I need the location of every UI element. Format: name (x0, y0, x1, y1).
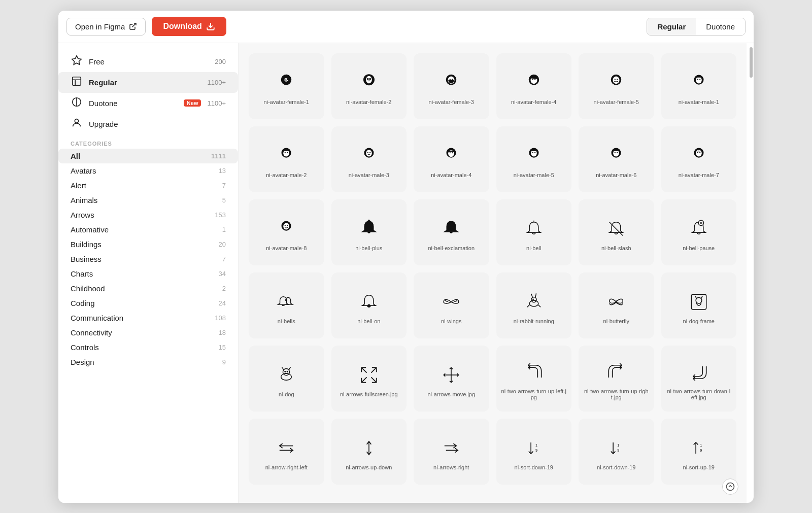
download-icon (206, 22, 215, 31)
icon-card-ni-avatar-male-4[interactable]: ni-avatar-male-4 (414, 126, 489, 192)
free-icon (71, 55, 83, 69)
sidebar-item-regular[interactable]: Regular 1100+ (58, 72, 238, 93)
ni-avatar-female-2-label: ni-avatar-female-2 (346, 99, 391, 105)
cat-item-communication[interactable]: Communication 108 (58, 311, 238, 325)
ni-bell-icon (523, 218, 545, 240)
cat-item-coding[interactable]: Coding 24 (58, 296, 238, 311)
cat-item-controls[interactable]: Controls 15 (58, 340, 238, 355)
ni-bell-exclamation-label: ni-bell-exclamation (428, 245, 475, 251)
ni-bell-plus-icon (358, 218, 380, 240)
cat-count-buildings: 20 (219, 241, 226, 248)
icon-card-ni-avatar-male-2[interactable]: ni-avatar-male-2 (249, 126, 324, 192)
icon-card-ni-bell-slash[interactable]: ni-bell-slash (579, 199, 654, 265)
svg-point-61 (285, 225, 286, 226)
icon-card-ni-bell-pause[interactable]: ni-bell-pause (661, 199, 737, 265)
scrollbar-thumb[interactable] (750, 47, 753, 78)
ni-arrows-move-label: ni-arrows-move.jpg (427, 391, 475, 397)
svg-rect-77 (691, 294, 706, 309)
icon-card-ni-bell-on[interactable]: ni-bell-on (331, 272, 407, 338)
scrollbar[interactable] (747, 43, 754, 503)
cat-item-business[interactable]: Business 7 (58, 252, 238, 266)
icon-card-ni-avatar-male-1[interactable]: ni-avatar-male-1 (661, 53, 737, 119)
icon-card-ni-avatar-female-5[interactable]: ni-avatar-female-5 (579, 53, 654, 119)
icon-card-ni-avatar-male-6[interactable]: ni-avatar-male-6 (579, 126, 654, 192)
svg-point-26 (613, 76, 620, 84)
cat-item-avatars[interactable]: Avatars 13 (58, 163, 238, 178)
upgrade-icon (71, 117, 83, 131)
ni-avatar-female-3-label: ni-avatar-female-3 (429, 99, 474, 105)
icon-card-ni-two-arrows-turn-up-right[interactable]: ni-two-arrows-turn-up-right.jpg (579, 346, 654, 412)
sidebar-item-duotone[interactable]: Duotone New 1100+ (58, 93, 238, 114)
download-button[interactable]: Download (152, 17, 226, 36)
cat-item-animals[interactable]: Animals 5 (58, 193, 238, 208)
icon-card-ni-bell-exclamation[interactable]: ni-bell-exclamation (414, 199, 489, 265)
icon-card-ni-avatar-female-1[interactable]: ni-avatar-female-1 (249, 53, 324, 119)
cat-item-childhood[interactable]: Childhood 2 (58, 281, 238, 296)
sidebar-item-free[interactable]: Free 200 (58, 51, 238, 72)
svg-point-82 (287, 371, 288, 372)
cat-item-buildings[interactable]: Buildings 20 (58, 237, 238, 252)
icon-card-ni-two-arrows-turn-up-left[interactable]: ni-two-arrows-turn-up-left.jpg (496, 346, 572, 412)
cat-item-connectivity[interactable]: Connectivity 18 (58, 325, 238, 340)
cat-item-arrows[interactable]: Arrows 153 (58, 208, 238, 222)
open-figma-button[interactable]: Open in Figma (66, 18, 146, 36)
icon-card-ni-bells[interactable]: ni-bells (249, 272, 324, 338)
cat-count-automative: 1 (222, 226, 226, 233)
icon-card-ni-dog-frame[interactable]: ni-dog-frame (661, 272, 737, 338)
svg-point-45 (452, 152, 453, 153)
icon-card-ni-bell[interactable]: ni-bell (496, 199, 572, 265)
cat-label-childhood: Childhood (71, 284, 222, 293)
icon-card-ni-avatar-male-3[interactable]: ni-avatar-male-3 (331, 126, 407, 192)
sidebar-item-upgrade[interactable]: Upgrade (58, 114, 238, 134)
svg-line-84 (371, 367, 376, 372)
icon-card-ni-dog[interactable]: ni-dog (249, 346, 324, 412)
icon-card-ni-avatar-male-8[interactable]: ni-avatar-male-8 (249, 199, 324, 265)
icon-card-ni-butterfly[interactable]: ni-butterfly (579, 272, 654, 338)
svg-point-62 (287, 225, 288, 226)
icon-card-ni-wings[interactable]: ni-wings (414, 272, 489, 338)
svg-point-31 (697, 79, 698, 80)
icon-card-ni-sort-down-19b[interactable]: 1 9 ni-sort-down-19 (579, 419, 654, 485)
duotone-badge: New (184, 99, 201, 107)
icon-card-ni-arrows-right[interactable]: ni-arrows-right (414, 419, 489, 485)
cat-item-design[interactable]: Design 9 (58, 355, 238, 369)
svg-text:1: 1 (617, 443, 619, 448)
svg-marker-2 (72, 55, 81, 64)
ni-avatar-female-1-icon (275, 72, 297, 94)
svg-point-48 (532, 152, 533, 153)
cat-count-charts: 34 (219, 270, 226, 278)
icon-card-ni-arrows-fullscreen[interactable]: ni-arrows-fullscreen.jpg (331, 346, 407, 412)
icon-card-ni-rabbit-running[interactable]: ni-rabbit-running (496, 272, 572, 338)
svg-point-44 (450, 152, 451, 153)
icon-card-ni-arrows-move[interactable]: ni-arrows-move.jpg (414, 346, 489, 412)
cat-item-charts[interactable]: Charts 34 (58, 266, 238, 281)
ni-sort-down-19b-label: ni-sort-down-19 (597, 464, 635, 470)
icon-card-ni-avatar-female-3[interactable]: ni-avatar-female-3 (414, 53, 489, 119)
svg-point-41 (369, 152, 370, 153)
svg-rect-3 (73, 77, 81, 85)
view-regular-button[interactable]: Regular (647, 18, 696, 35)
icon-card-ni-avatar-female-2[interactable]: ni-avatar-female-2 (331, 53, 407, 119)
titlebar: Open in Figma Download Regular Duotone (58, 11, 754, 43)
view-duotone-button[interactable]: Duotone (696, 18, 745, 35)
cat-count-business: 7 (222, 255, 226, 263)
cat-item-automative[interactable]: Automative 1 (58, 222, 238, 237)
svg-point-39 (366, 150, 372, 156)
scroll-up-button[interactable] (722, 478, 738, 495)
cat-label-connectivity: Connectivity (71, 328, 219, 337)
ni-bell-label: ni-bell (526, 245, 541, 251)
icon-card-ni-avatar-male-7[interactable]: ni-avatar-male-7 (661, 126, 737, 192)
icon-card-ni-bell-plus[interactable]: ni-bell-plus (331, 199, 407, 265)
icon-card-ni-two-arrows-turn-down-left[interactable]: ni-two-arrows-turn-down-left.jpg (661, 346, 737, 412)
icon-card-ni-sort-up-19[interactable]: 1 9 ni-sort-up-19 (661, 419, 737, 485)
icon-card-ni-avatar-male-5[interactable]: ni-avatar-male-5 (496, 126, 572, 192)
icon-card-ni-arrow-right-left[interactable]: ni-arrow-right-left (249, 419, 324, 485)
cat-count-coding: 24 (219, 299, 226, 307)
duotone-count: 1100+ (207, 99, 226, 107)
icon-card-ni-arrows-up-down[interactable]: ni-arrows-up-down (331, 419, 407, 485)
cat-item-alert[interactable]: Alert 7 (58, 178, 238, 193)
ni-avatar-female-2-icon (358, 72, 380, 94)
icon-card-ni-sort-down-19[interactable]: 1 9 ni-sort-down-19 (496, 419, 572, 485)
cat-item-all[interactable]: All 1111 (58, 149, 238, 163)
icon-card-ni-avatar-female-4[interactable]: ni-avatar-female-4 (496, 53, 572, 119)
